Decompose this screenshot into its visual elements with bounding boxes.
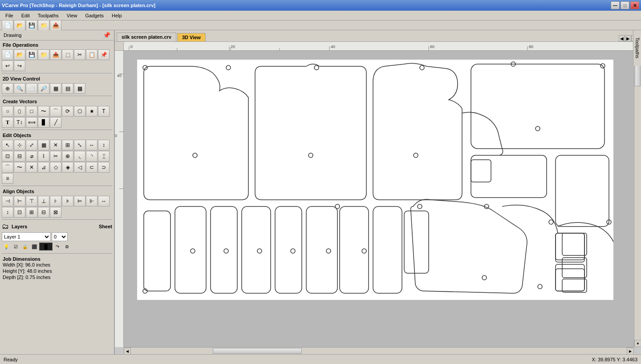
layer-move-btn[interactable]: ↷: [53, 243, 62, 251]
maximize-button[interactable]: □: [621, 1, 629, 9]
minimize-button[interactable]: —: [611, 1, 620, 9]
view-options1-btn[interactable]: ▦: [50, 83, 61, 94]
panel-pin[interactable]: 📌: [103, 32, 110, 39]
space-h-btn[interactable]: ↔: [98, 196, 110, 206]
layer-visibility-btn[interactable]: 💡: [2, 243, 11, 251]
scale-btn[interactable]: ⤡: [74, 140, 85, 150]
align-bottom-btn[interactable]: ⊧: [62, 196, 73, 206]
cusp-btn[interactable]: ◇: [50, 162, 61, 173]
center-page-btn[interactable]: ⊞: [26, 207, 37, 218]
zoom-extent-btn[interactable]: ⊕: [2, 83, 13, 94]
knife-btn[interactable]: ✕: [26, 162, 37, 173]
span-btn[interactable]: ⊂: [86, 162, 97, 173]
save-btn[interactable]: 💾: [26, 20, 37, 31]
text3-btn[interactable]: T↕: [14, 117, 25, 128]
offset-btn[interactable]: ⊡: [2, 151, 13, 162]
array-btn[interactable]: ⊞: [62, 140, 73, 150]
align-page-btn[interactable]: ⊡: [14, 207, 25, 218]
transform-btn[interactable]: ⤢: [26, 140, 37, 150]
smart-btn[interactable]: ≡: [2, 173, 13, 184]
align-left-btn[interactable]: ⊣: [2, 196, 13, 206]
scroll-down-arrow[interactable]: ▼: [634, 340, 641, 347]
open-folder-btn[interactable]: 📁: [38, 20, 49, 31]
align-right-btn[interactable]: ⊤: [26, 196, 37, 206]
draw-line-btn[interactable]: ╱: [50, 117, 61, 128]
text-btn[interactable]: T: [98, 106, 110, 117]
rect-btn[interactable]: □: [26, 106, 37, 117]
paste-btn[interactable]: 📌: [98, 49, 110, 60]
align-top-btn[interactable]: ⊥: [38, 196, 49, 206]
export2-btn[interactable]: 📤: [50, 49, 61, 60]
menu-edit[interactable]: Edit: [18, 12, 33, 19]
wave-btn[interactable]: 〜: [38, 106, 49, 117]
layer-black-btn[interactable]: █: [39, 243, 53, 251]
delete-btn[interactable]: ✕: [50, 140, 61, 150]
circle-btn[interactable]: ○: [2, 106, 13, 117]
trim-btn[interactable]: ✂: [50, 151, 61, 162]
tangent-btn[interactable]: ◈: [62, 162, 73, 173]
layer-lock-btn[interactable]: 🔒: [20, 243, 29, 251]
align-sel-btn[interactable]: ⊟: [38, 207, 49, 218]
boolean-btn[interactable]: ⊕: [62, 151, 73, 162]
arc-btn[interactable]: ⌒: [50, 106, 61, 117]
ellipse-btn[interactable]: ⬯: [14, 106, 25, 117]
size-h-btn[interactable]: ↔: [86, 140, 97, 150]
layer-settings-btn[interactable]: ⚙: [62, 243, 71, 251]
tab-file[interactable]: silk screen platen.crv: [117, 32, 176, 41]
cut-btn[interactable]: ✂: [74, 49, 85, 60]
distribute-v-btn[interactable]: ⊩: [86, 196, 97, 206]
dimension-btn[interactable]: ⟺: [26, 117, 37, 128]
step-btn[interactable]: ⊃: [98, 162, 110, 173]
layer-dropdown[interactable]: Layer 1: [2, 232, 51, 241]
scroll-left-arrow[interactable]: ◀: [124, 348, 131, 354]
size-v-btn[interactable]: ↕: [98, 140, 110, 150]
menu-help[interactable]: Help: [108, 12, 126, 19]
drawing-area[interactable]: [124, 51, 634, 347]
close-button[interactable]: ✕: [630, 1, 639, 9]
new-file-btn[interactable]: 📄: [2, 20, 13, 31]
scroll-right-arrow[interactable]: ▶: [627, 348, 634, 354]
open-doc-btn[interactable]: 📂: [14, 49, 25, 60]
align-center-h-btn[interactable]: ⊢: [14, 196, 25, 206]
star-btn[interactable]: ★: [86, 106, 97, 117]
menu-toolpaths[interactable]: Toolpaths: [34, 12, 62, 19]
copy-btn[interactable]: 📋: [86, 49, 97, 60]
toolpaths-tab[interactable]: Toolpaths: [633, 30, 641, 66]
fit-curves-btn[interactable]: ⌒: [2, 162, 13, 173]
sheet-dropdown[interactable]: 0: [52, 232, 68, 241]
mirror-btn[interactable]: ⊟: [14, 151, 25, 162]
chamfer-btn[interactable]: ◝: [86, 151, 97, 162]
weld-btn[interactable]: ⌶: [98, 151, 110, 162]
scrollbar-vertical[interactable]: ▲ ▼: [634, 51, 641, 347]
polygon-btn[interactable]: ⬡: [74, 106, 85, 117]
space-v-btn[interactable]: ↕: [2, 207, 13, 218]
menu-file[interactable]: File: [2, 12, 17, 19]
redo-btn[interactable]: ↪: [14, 61, 25, 71]
spiral-btn[interactable]: ⟳: [62, 106, 73, 117]
node-edit-btn[interactable]: ⊹: [14, 140, 25, 150]
distribute-h-btn[interactable]: ⊨: [74, 196, 85, 206]
select-btn[interactable]: ↖: [2, 140, 13, 150]
menu-gadgets[interactable]: Gadgets: [81, 12, 107, 19]
distort-btn[interactable]: ⌇: [38, 151, 49, 162]
new-doc-btn[interactable]: 📄: [2, 49, 13, 60]
view-options2-btn[interactable]: ▤: [62, 83, 73, 94]
export-btn[interactable]: 📤: [50, 20, 61, 31]
text2-btn[interactable]: 𝐓: [2, 117, 13, 128]
node2-btn[interactable]: ⊿: [38, 162, 49, 173]
layer-check-btn[interactable]: ☑: [11, 243, 20, 251]
align-center-v-btn[interactable]: ⊦: [50, 196, 61, 206]
tab-nav-left[interactable]: ◀: [619, 35, 625, 41]
select-all-btn[interactable]: ⬚: [62, 49, 73, 60]
round-btn[interactable]: ⌀: [26, 151, 37, 162]
layer-color-btn[interactable]: ⬛: [30, 243, 39, 251]
view-options3-btn[interactable]: ▩: [74, 83, 85, 94]
zoom-box-btn[interactable]: ⬜: [26, 83, 37, 94]
scroll-thumb-h[interactable]: [213, 348, 302, 354]
save-doc-btn[interactable]: 💾: [26, 49, 37, 60]
menu-view[interactable]: View: [63, 12, 81, 19]
node-sharp-btn[interactable]: ◁: [74, 162, 85, 173]
group-btn[interactable]: ▦: [38, 140, 49, 150]
tab-3d-view[interactable]: 3D View: [177, 33, 206, 41]
open-btn[interactable]: 📂: [14, 20, 25, 31]
